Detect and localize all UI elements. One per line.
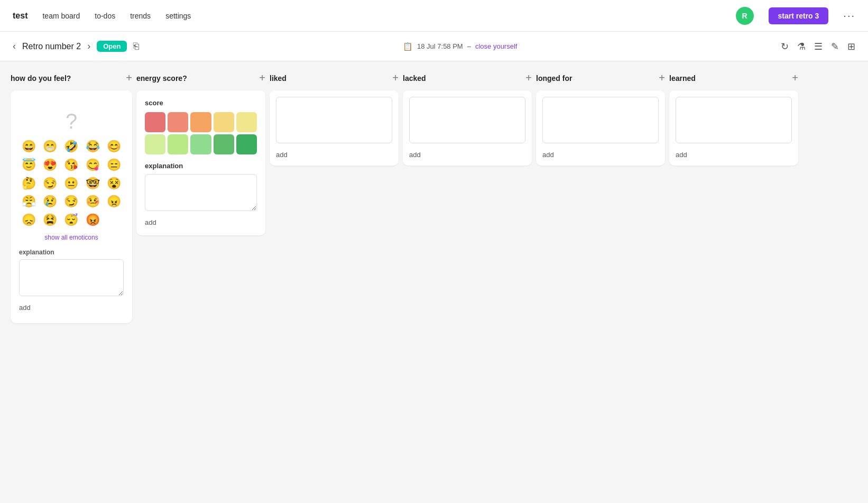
score-color-grid — [145, 112, 257, 154]
score-2[interactable] — [168, 112, 188, 132]
longed-for-card: add — [536, 90, 665, 166]
longed-for-column-header: longed for + — [536, 72, 665, 84]
emoji-7[interactable]: 😘 — [62, 157, 81, 173]
emoji-22[interactable]: 😴 — [62, 212, 81, 228]
edit-button[interactable]: ✎ — [831, 41, 839, 52]
score-1[interactable] — [145, 112, 165, 132]
score-7[interactable] — [168, 134, 188, 154]
sub-nav-right: ↻ ⚗ ☰ ✎ ⊞ — [781, 41, 855, 52]
emoji-0[interactable]: 😄 — [19, 139, 38, 155]
emoji-14[interactable]: 😵 — [105, 176, 124, 192]
energy-add-column-button[interactable]: + — [259, 72, 265, 84]
avatar: R — [736, 7, 754, 25]
prev-retro-button[interactable]: ‹ — [13, 41, 16, 52]
score-8[interactable] — [190, 134, 211, 154]
liked-add-link[interactable]: add — [276, 151, 288, 159]
score-5[interactable] — [236, 112, 257, 132]
retro-datetime: 18 Jul 7:58 PM — [417, 42, 463, 50]
separator: – — [467, 42, 471, 50]
feel-add-column-button[interactable]: + — [126, 72, 132, 84]
longed-for-add-link[interactable]: add — [542, 151, 554, 159]
feel-explanation-label: explanation — [19, 249, 124, 256]
energy-column-header: energy score? + — [136, 72, 265, 84]
emoji-4[interactable]: 😊 — [105, 139, 124, 155]
emoji-5[interactable]: 😇 — [19, 157, 38, 173]
learned-add-column-button[interactable]: + — [792, 72, 798, 84]
longed-for-add-column-button[interactable]: + — [659, 72, 665, 84]
open-status-badge[interactable]: Open — [97, 41, 127, 52]
nav-team-board[interactable]: team board — [42, 12, 80, 20]
score-3[interactable] — [190, 112, 211, 132]
emoji-13[interactable]: 🤓 — [83, 176, 102, 192]
feel-column-title: how do you feel? — [11, 74, 71, 83]
learned-input[interactable] — [676, 97, 792, 143]
emoji-11[interactable]: 😏 — [40, 176, 59, 192]
emoji-16[interactable]: 😢 — [40, 194, 59, 210]
retro-title: Retro number 2 — [22, 42, 81, 51]
score-4[interactable] — [214, 112, 234, 132]
lacked-input[interactable] — [409, 97, 525, 143]
score-9[interactable] — [214, 134, 234, 154]
column-learned: learned + add — [669, 72, 798, 166]
column-feel: how do you feel? + ? 😄 😁 🤣 😂 😊 😇 😍 😘 😋 😑… — [11, 72, 132, 323]
nav-settings[interactable]: settings — [165, 12, 191, 20]
energy-explanation-input[interactable] — [145, 174, 257, 211]
filter-button[interactable]: ⚗ — [797, 41, 806, 52]
feel-column-header: how do you feel? + — [11, 72, 132, 84]
liked-input[interactable] — [276, 97, 392, 143]
feel-add-link[interactable]: add — [19, 304, 31, 312]
emoji-17[interactable]: 😏 — [62, 194, 81, 210]
list-button[interactable]: ☰ — [814, 41, 823, 52]
emoji-1[interactable]: 😁 — [40, 139, 59, 155]
emoji-12[interactable]: 😐 — [62, 176, 81, 192]
show-all-emoticons-link[interactable]: show all emoticons — [19, 234, 124, 241]
start-retro-button[interactable]: start retro 3 — [769, 7, 829, 24]
emoji-9[interactable]: 😑 — [105, 157, 124, 173]
close-yourself-link[interactable]: close yourself — [475, 42, 517, 50]
column-energy: energy score? + score explanation add — [136, 72, 265, 235]
longed-for-input[interactable] — [542, 97, 659, 143]
lacked-add-column-button[interactable]: + — [525, 72, 532, 84]
next-retro-button[interactable]: › — [87, 41, 90, 52]
emoji-20[interactable]: 😞 — [19, 212, 38, 228]
emoji-3[interactable]: 😂 — [83, 139, 102, 155]
share-button[interactable]: ⎗ — [133, 41, 139, 52]
emoji-2[interactable]: 🤣 — [62, 139, 81, 155]
emoji-19[interactable]: 😠 — [105, 194, 124, 210]
nav-todos[interactable]: to-dos — [95, 12, 115, 20]
energy-card: score explanation add — [136, 90, 265, 235]
score-10[interactable] — [236, 134, 257, 154]
lacked-add-link[interactable]: add — [409, 151, 421, 159]
lacked-column-header: lacked + — [403, 72, 532, 84]
refresh-button[interactable]: ↻ — [781, 41, 789, 52]
emoji-grid: 😄 😁 🤣 😂 😊 😇 😍 😘 😋 😑 🤔 😏 😐 🤓 😵 😤 😢 😏 🤒 — [19, 139, 124, 228]
emoji-23[interactable]: 😡 — [83, 212, 102, 228]
learned-add-link[interactable]: add — [676, 151, 687, 159]
longed-for-column-title: longed for — [536, 74, 572, 83]
emoji-10[interactable]: 🤔 — [19, 176, 38, 192]
emoji-8[interactable]: 😋 — [83, 157, 102, 173]
column-lacked: lacked + add — [403, 72, 532, 166]
nav-trends[interactable]: trends — [130, 12, 151, 20]
score-6[interactable] — [145, 134, 165, 154]
liked-add-column-button[interactable]: + — [392, 72, 399, 84]
lacked-column-title: lacked — [403, 74, 426, 83]
expand-button[interactable]: ⊞ — [847, 41, 855, 52]
lacked-card: add — [403, 90, 532, 166]
more-menu-button[interactable]: ··· — [843, 10, 855, 22]
feel-explanation-input[interactable] — [19, 259, 124, 296]
emoji-15[interactable]: 😤 — [19, 194, 38, 210]
energy-add-link[interactable]: add — [145, 218, 156, 226]
emoji-18[interactable]: 🤒 — [83, 194, 102, 210]
energy-explanation-label: explanation — [145, 162, 257, 170]
sub-nav-center: 📋 18 Jul 7:58 PM – close yourself — [145, 42, 774, 51]
top-nav: test team board to-dos trends settings R… — [0, 0, 868, 32]
emoji-21[interactable]: 😫 — [40, 212, 59, 228]
learned-card: add — [669, 90, 798, 166]
emoji-6[interactable]: 😍 — [40, 157, 59, 173]
feel-card: ? 😄 😁 🤣 😂 😊 😇 😍 😘 😋 😑 🤔 😏 😐 🤓 😵 😤 😢 — [11, 90, 132, 323]
learned-column-title: learned — [669, 74, 696, 83]
liked-column-header: liked + — [270, 72, 399, 84]
sub-nav: ‹ Retro number 2 › Open ⎗ 📋 18 Jul 7:58 … — [0, 32, 868, 61]
feel-placeholder-icon: ? — [19, 99, 124, 139]
